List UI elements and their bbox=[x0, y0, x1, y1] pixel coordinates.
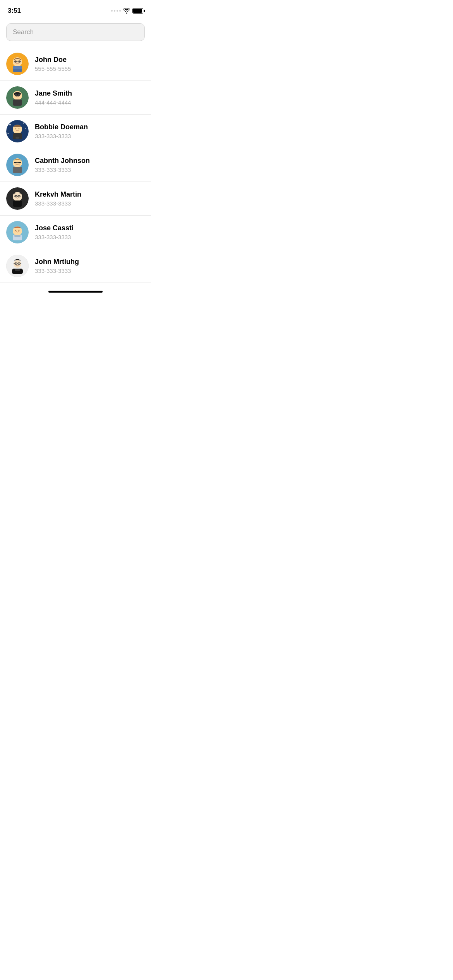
svg-point-38 bbox=[19, 166, 20, 166]
avatar bbox=[6, 187, 29, 210]
contact-phone: 333-333-3333 bbox=[35, 267, 145, 274]
contact-phone: 333-333-3333 bbox=[35, 133, 145, 139]
svg-point-28 bbox=[19, 128, 19, 129]
status-time: 3:51 bbox=[8, 7, 21, 15]
svg-point-29 bbox=[15, 137, 19, 139]
wifi-icon bbox=[123, 9, 130, 14]
svg-point-8 bbox=[15, 61, 16, 62]
contact-name: Krekvh Martin bbox=[35, 190, 145, 199]
contact-info: John Doe 555-555-5555 bbox=[35, 56, 145, 72]
svg-point-37 bbox=[15, 166, 16, 166]
svg-rect-3 bbox=[13, 66, 22, 69]
svg-point-18 bbox=[19, 95, 19, 96]
svg-rect-34 bbox=[14, 162, 17, 163]
contact-name: Jose Cassti bbox=[35, 224, 145, 232]
contact-phone: 333-333-3333 bbox=[35, 200, 145, 207]
svg-point-20 bbox=[9, 124, 11, 125]
svg-point-9 bbox=[19, 61, 20, 62]
home-bar bbox=[48, 291, 103, 293]
signal-icon bbox=[111, 10, 121, 12]
contact-info: Cabnth Johnson 333-333-3333 bbox=[35, 157, 145, 173]
list-item[interactable]: Cabnth Johnson 333-333-3333 bbox=[0, 148, 151, 182]
svg-point-21 bbox=[23, 123, 24, 124]
svg-point-23 bbox=[8, 133, 9, 134]
status-icons bbox=[111, 8, 143, 14]
search-container bbox=[0, 19, 151, 47]
svg-point-67 bbox=[19, 263, 19, 264]
list-item[interactable]: Bobbie Doeman 333-333-3333 bbox=[0, 115, 151, 148]
list-item[interactable]: John Mrtiuhg 333-333-3333 bbox=[0, 249, 151, 283]
svg-rect-51 bbox=[14, 235, 21, 237]
contact-phone: 333-333-3333 bbox=[35, 166, 145, 173]
svg-point-46 bbox=[15, 196, 16, 197]
svg-point-22 bbox=[25, 128, 26, 129]
avatar bbox=[6, 255, 29, 277]
avatar bbox=[6, 120, 29, 142]
avatar bbox=[6, 154, 29, 176]
svg-point-56 bbox=[19, 231, 21, 231]
list-item[interactable]: Krekvh Martin 333-333-3333 bbox=[0, 182, 151, 216]
avatar bbox=[6, 221, 29, 243]
contact-info: Jose Cassti 333-333-3333 bbox=[35, 224, 145, 240]
contact-phone: 444-444-4444 bbox=[35, 99, 145, 106]
svg-point-53 bbox=[15, 230, 16, 231]
svg-point-27 bbox=[15, 128, 16, 129]
status-bar: 3:51 bbox=[0, 0, 151, 19]
contact-name: John Doe bbox=[35, 56, 145, 64]
svg-point-17 bbox=[15, 95, 16, 96]
contact-name: Cabnth Johnson bbox=[35, 157, 145, 165]
svg-rect-12 bbox=[13, 99, 22, 106]
list-item[interactable]: John Doe 555-555-5555 bbox=[0, 47, 151, 81]
contact-info: Bobbie Doeman 333-333-3333 bbox=[35, 123, 145, 139]
svg-point-47 bbox=[19, 196, 19, 197]
contact-name: John Mrtiuhg bbox=[35, 258, 145, 266]
avatar bbox=[6, 86, 29, 109]
svg-point-66 bbox=[15, 263, 16, 264]
home-indicator bbox=[0, 283, 151, 296]
contact-info: Krekvh Martin 333-333-3333 bbox=[35, 190, 145, 207]
contact-name: Jane Smith bbox=[35, 89, 145, 98]
svg-rect-41 bbox=[13, 200, 22, 207]
contact-name: Bobbie Doeman bbox=[35, 123, 145, 131]
svg-rect-35 bbox=[18, 162, 21, 163]
contact-info: John Mrtiuhg 333-333-3333 bbox=[35, 258, 145, 274]
contact-info: Jane Smith 444-444-4444 bbox=[35, 89, 145, 106]
svg-rect-59 bbox=[15, 269, 20, 271]
svg-point-54 bbox=[19, 230, 19, 231]
avatar bbox=[6, 53, 29, 75]
svg-point-55 bbox=[15, 231, 16, 231]
contact-list: John Doe 555-555-5555 Jane Smith 444-444… bbox=[0, 47, 151, 283]
list-item[interactable]: Jose Cassti 333-333-3333 bbox=[0, 216, 151, 249]
contact-phone: 333-333-3333 bbox=[35, 234, 145, 240]
search-input[interactable] bbox=[6, 23, 145, 41]
list-item[interactable]: Jane Smith 444-444-4444 bbox=[0, 81, 151, 115]
contact-phone: 555-555-5555 bbox=[35, 65, 145, 72]
svg-rect-32 bbox=[13, 167, 22, 173]
battery-icon bbox=[132, 8, 143, 14]
